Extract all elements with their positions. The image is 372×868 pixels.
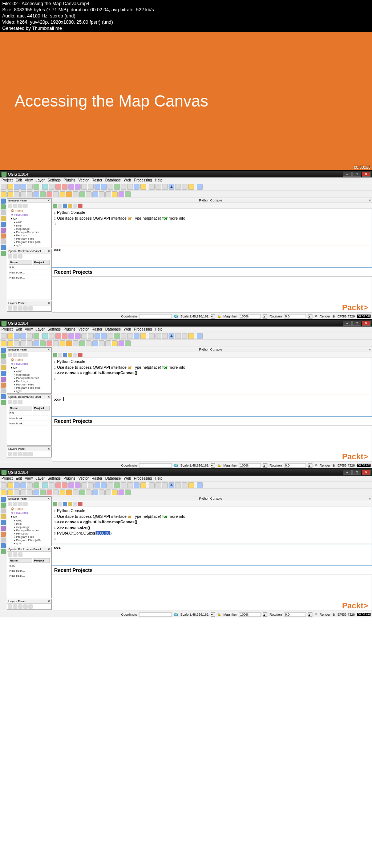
python-console-input[interactable]: >>>: [52, 544, 372, 566]
bm-row[interactable]: BSL: [9, 265, 32, 270]
menu-project[interactable]: Project: [1, 178, 13, 182]
sb-coord-input[interactable]: [139, 463, 172, 468]
toolbar-icon[interactable]: [60, 191, 65, 197]
bm-row[interactable]: New book...: [9, 271, 32, 275]
toolbar-icon[interactable]: [7, 333, 13, 339]
toolbar-icon[interactable]: [86, 191, 92, 197]
toolbar-icon[interactable]: [73, 191, 78, 197]
panel-icon[interactable]: [28, 306, 33, 311]
layer-icon[interactable]: [1, 199, 6, 204]
toolbar-icon[interactable]: [42, 482, 48, 488]
panel-icon[interactable]: [8, 353, 12, 357]
menu-help[interactable]: Help: [155, 327, 162, 331]
menu-edit[interactable]: Edit: [16, 327, 22, 331]
toolbar-icon[interactable]: [188, 333, 194, 339]
toolbar-icon[interactable]: [79, 191, 85, 197]
tree-item[interactable]: ▸ Program Files (x86: [8, 386, 50, 389]
toolbar-icon[interactable]: [114, 482, 120, 488]
sb-scale-dropdown[interactable]: ▾: [211, 463, 215, 468]
tree-item[interactable]: ▸ Program Files: [8, 383, 50, 386]
panel-icon[interactable]: [13, 452, 17, 456]
panel-icon[interactable]: [13, 502, 17, 506]
panel-icon[interactable]: [8, 306, 12, 311]
toolbar-icon[interactable]: [20, 489, 26, 495]
toolbar-icon[interactable]: [112, 191, 118, 197]
toolbar-icon[interactable]: [92, 340, 98, 346]
tree-item[interactable]: ▸ mapimage: [8, 373, 50, 376]
layer-icon[interactable]: [1, 532, 6, 537]
toolbar-icon[interactable]: [81, 333, 87, 339]
menu-layer[interactable]: Layer: [36, 476, 45, 480]
toolbar-icon[interactable]: [101, 482, 107, 488]
tree-item[interactable]: ▸ AMD: [8, 519, 50, 522]
menu-web[interactable]: Web: [124, 327, 131, 331]
toolbar-icon[interactable]: [134, 184, 140, 190]
layer-icon[interactable]: [1, 228, 6, 233]
toolbar-icon[interactable]: [75, 482, 81, 488]
minimize-button[interactable]: –: [343, 321, 352, 326]
layer-icon[interactable]: [1, 239, 6, 244]
toolbar-icon[interactable]: [86, 340, 92, 346]
menu-view[interactable]: View: [25, 178, 33, 182]
toolbar-icon[interactable]: [49, 333, 54, 339]
menu-edit[interactable]: Edit: [16, 476, 22, 480]
python-console-output[interactable]: 1Python Console 2Use iface to access QGI…: [52, 209, 372, 245]
menu-vector[interactable]: Vector: [78, 327, 89, 331]
layer-icon[interactable]: [1, 526, 6, 531]
panel-icon[interactable]: [23, 452, 28, 456]
toolbar-icon[interactable]: [118, 489, 124, 495]
toolbar-icon[interactable]: [134, 482, 140, 488]
panel-icon[interactable]: [23, 502, 28, 506]
panel-icon[interactable]: [8, 400, 12, 404]
toolbar-icon[interactable]: [101, 184, 107, 190]
toolbar-icon[interactable]: [27, 184, 33, 190]
toolbar-icon[interactable]: [114, 184, 120, 190]
menu-raster[interactable]: Raster: [92, 327, 102, 331]
tree-item[interactable]: ▸ mapimage: [8, 525, 50, 529]
layer-icon[interactable]: [1, 210, 6, 215]
toolbar-icon[interactable]: [55, 333, 61, 339]
panel-icon[interactable]: [23, 353, 28, 357]
menu-raster[interactable]: Raster: [92, 476, 102, 480]
toolbar-icon[interactable]: [105, 340, 111, 346]
toolbar-icon[interactable]: [46, 191, 52, 197]
sb-epsg-icon[interactable]: ⊕: [332, 315, 335, 318]
tree-item[interactable]: ▸ qgis: [8, 542, 50, 545]
menu-settings[interactable]: Settings: [48, 178, 61, 182]
toolbar-icon[interactable]: [127, 333, 133, 339]
menu-processing[interactable]: Processing: [134, 476, 152, 480]
panel-icon[interactable]: [8, 552, 12, 557]
console-icon[interactable]: [68, 353, 72, 357]
toolbar-icon[interactable]: [1, 184, 7, 190]
toolbar-icon[interactable]: [94, 184, 100, 190]
menu-edit[interactable]: Edit: [16, 178, 22, 182]
layer-icon[interactable]: [1, 365, 6, 370]
panel-close-icon[interactable]: ✕: [48, 301, 50, 305]
python-console-input[interactable]: >>>: [52, 246, 372, 268]
tree-item[interactable]: ▸ Program Files: [8, 237, 50, 240]
toolbar-icon[interactable]: [7, 489, 13, 495]
toolbar-icon[interactable]: [88, 184, 94, 190]
menu-settings[interactable]: Settings: [48, 327, 61, 331]
toolbar-icon[interactable]: [92, 489, 98, 495]
toolbar-icon[interactable]: [182, 333, 187, 339]
menu-web[interactable]: Web: [124, 476, 131, 480]
toolbar-icon[interactable]: [197, 482, 203, 488]
sb-globe-icon[interactable]: 🌍: [174, 464, 178, 467]
python-console-input[interactable]: >>>: [52, 395, 372, 417]
panel-icon[interactable]: [18, 400, 23, 404]
console-icon[interactable]: [78, 502, 82, 506]
toolbar-icon[interactable]: [121, 184, 126, 190]
toolbar-icon[interactable]: [125, 191, 131, 197]
panel-close-icon[interactable]: ✕: [48, 395, 50, 399]
toolbar-icon[interactable]: [118, 191, 124, 197]
toolbar-icon[interactable]: [66, 489, 72, 495]
toolbar-icon[interactable]: [7, 482, 13, 488]
minimize-button[interactable]: –: [343, 470, 352, 475]
toolbar-icon[interactable]: [27, 333, 33, 339]
tree-favourites[interactable]: ★ Favourites: [8, 213, 50, 217]
menu-vector[interactable]: Vector: [78, 476, 89, 480]
tree-drive[interactable]: ▾ C:/: [8, 515, 50, 519]
toolbar-icon[interactable]: [94, 482, 100, 488]
toolbar-icon[interactable]: [27, 191, 33, 197]
